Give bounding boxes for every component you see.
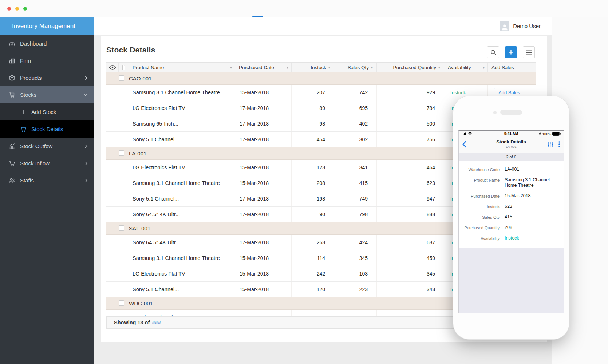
product-name-cell: Sony 5.1 Channel... xyxy=(129,132,235,147)
add-record-button[interactable] xyxy=(505,46,517,58)
row-eye-spacer xyxy=(106,191,119,206)
column-label: Purchased Quantity xyxy=(393,65,436,70)
sidebar-item-stocks[interactable]: Stocks xyxy=(0,86,94,103)
column-label: Sales Qty xyxy=(347,65,369,70)
phone-field-value: 623 xyxy=(500,204,564,209)
window-close-button[interactable] xyxy=(7,7,11,11)
group-header-row[interactable]: CAO-001 xyxy=(106,72,536,85)
phone-field: Warehouse CodeLA-001 xyxy=(459,164,564,175)
sidebar-item-dashboard[interactable]: Dashboard xyxy=(0,35,94,52)
back-chevron-icon xyxy=(462,141,466,148)
sidebar-item-products[interactable]: Products xyxy=(0,69,94,86)
product-name-cell: Samsung 3.1 Channel Home Theatre xyxy=(129,250,235,266)
row-checkbox-spacer xyxy=(119,235,129,250)
group-checkbox[interactable] xyxy=(119,150,124,156)
purchased-date-cell: 15-Mar-2018 xyxy=(235,282,292,297)
phone-back-button[interactable] xyxy=(462,141,466,149)
phone-empty-area xyxy=(459,248,564,313)
column-visibility-eye-icon[interactable] xyxy=(106,63,119,72)
phone-record-pager: 2 of 6 xyxy=(459,153,564,161)
filter-sliders-icon[interactable] xyxy=(547,142,553,147)
toolbar xyxy=(487,46,535,58)
sales-qty-cell: 749 xyxy=(334,191,377,206)
sales-qty-cell: 341 xyxy=(334,160,377,175)
instock-cell: 263 xyxy=(292,235,334,250)
sidebar-item-add-stock[interactable]: Add Stock xyxy=(0,103,94,120)
row-eye-spacer xyxy=(106,160,119,175)
row-eye-spacer xyxy=(106,116,119,131)
chart-icon xyxy=(9,143,15,150)
column-header-availability[interactable]: Availability▾ xyxy=(444,63,488,72)
group-checkbox[interactable] xyxy=(119,300,124,306)
sales-qty-cell: 695 xyxy=(334,100,377,116)
phone-status-bar: 9:41 AM 100% xyxy=(459,131,564,137)
people-icon xyxy=(9,177,15,184)
product-name-cell: Sony 5.1 Channel... xyxy=(129,191,235,206)
column-header-date[interactable]: Purchased Date▾ xyxy=(235,63,292,72)
sidebar-item-stock-details[interactable]: Stock Details xyxy=(0,120,94,138)
sidebar-item-label: Stock Details xyxy=(31,126,63,132)
purchased-qty-cell: 756 xyxy=(377,132,444,147)
product-name-cell: Sony 64.5" 4K Ultr... xyxy=(129,235,235,250)
phone-earpiece xyxy=(500,110,522,115)
row-checkbox-spacer xyxy=(119,191,129,206)
sidebar-item-label: Stock Outfow xyxy=(20,143,52,149)
sidebar-nav: DashboardFirmProductsStocksAdd StockStoc… xyxy=(0,35,94,189)
purchased-qty-cell: 500 xyxy=(377,116,444,131)
list-menu-button[interactable] xyxy=(523,46,535,58)
sales-qty-cell: 345 xyxy=(334,250,377,266)
instock-cell: 98 xyxy=(292,116,334,131)
plus-icon xyxy=(508,50,514,55)
column-header-sales-qty[interactable]: Sales Qty▾ xyxy=(334,63,377,72)
sales-qty-cell: 283 xyxy=(334,310,377,316)
plus-icon xyxy=(20,109,27,115)
phone-field-value: LA-001 xyxy=(500,167,564,172)
purchased-qty-cell: 687 xyxy=(377,235,444,250)
row-checkbox-spacer xyxy=(119,250,129,266)
column-label: Availability xyxy=(448,65,471,70)
group-checkbox[interactable] xyxy=(119,225,124,231)
column-header-product[interactable]: Product Name▾ xyxy=(129,63,235,72)
column-header-purchased-qty[interactable]: Purchased Quantity▾ xyxy=(377,63,444,72)
phone-field-label: Warehouse Code xyxy=(459,167,500,172)
phone-field-value: 15-Mar-2018 xyxy=(500,193,564,199)
window-maximize-button[interactable] xyxy=(23,7,27,11)
row-eye-spacer xyxy=(106,175,119,191)
sidebar-item-stock-inflow[interactable]: Stock Inflow xyxy=(0,155,94,172)
user-name: Demo User xyxy=(513,23,541,29)
instock-cell: 89 xyxy=(292,100,334,116)
column-header-instock[interactable]: Instock▾ xyxy=(292,63,334,72)
purchased-date-cell: 17-Mar-2018 xyxy=(235,310,292,316)
sidebar-item-staffs[interactable]: Staffs xyxy=(0,172,94,189)
table-header-row: Product Name▾Purchased Date▾Instock▾Sale… xyxy=(106,62,536,72)
purchased-date-cell: 15-Mar-2018 xyxy=(235,160,292,175)
row-checkbox-spacer xyxy=(119,207,129,222)
row-eye-spacer xyxy=(106,266,119,281)
group-checkbox-cell xyxy=(119,225,129,232)
page-title: Stock Details xyxy=(106,46,155,54)
sidebar-item-stock-outfow[interactable]: Stock Outfow xyxy=(0,138,94,155)
chevron-right-icon xyxy=(84,178,88,183)
product-name-cell: Samsung 3.1 Channel Home Theatre xyxy=(129,85,235,100)
phone-field: Purchased Date15-Mar-2018 xyxy=(459,191,564,201)
window-minimize-button[interactable] xyxy=(15,7,19,11)
chevron-right-icon xyxy=(84,161,88,166)
avatar xyxy=(500,21,509,31)
total-count: ### xyxy=(152,320,161,325)
phone-field-label: Instock xyxy=(459,204,500,209)
overflow-menu-icon[interactable] xyxy=(558,141,560,147)
search-icon xyxy=(490,50,496,55)
product-name-cell: Samsung 65-Inch... xyxy=(129,116,235,131)
phone-field: AvailabilityInstock xyxy=(459,233,564,244)
phone-nav-bar: Stock Details LA-001 xyxy=(459,137,564,153)
pallet-icon xyxy=(9,92,15,98)
user-menu[interactable]: Demo User xyxy=(500,21,541,31)
phone-field: Instock623 xyxy=(459,201,564,212)
select-all-checkbox[interactable] xyxy=(122,65,125,70)
group-checkbox[interactable] xyxy=(119,75,124,81)
search-button[interactable] xyxy=(487,46,499,58)
row-eye-spacer xyxy=(106,207,119,222)
column-label: Add Sales xyxy=(491,65,514,70)
sidebar-item-label: Add Stock xyxy=(31,109,56,115)
sidebar-item-firm[interactable]: Firm xyxy=(0,52,94,69)
